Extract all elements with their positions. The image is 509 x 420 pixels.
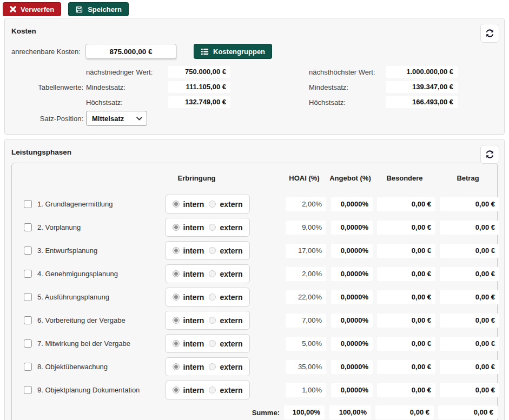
save-icon	[75, 5, 83, 14]
radio-extern[interactable]: extern	[209, 339, 242, 348]
kostengruppen-button[interactable]: Kostengruppen	[194, 44, 272, 59]
phase-checkbox[interactable]	[24, 316, 32, 324]
radio-extern-label: extern	[220, 386, 242, 395]
hoechstsatz-lower-label: Höchstsatz:	[84, 98, 166, 106]
hoai-value: 35,00%	[286, 360, 326, 374]
besondere-value: 0,00 €	[377, 244, 435, 258]
besondere-value: 0,00 €	[377, 221, 435, 235]
betrag-value: 0,00 €	[440, 360, 499, 374]
radio-extern[interactable]: extern	[209, 270, 242, 278]
anrechenbare-kosten-input[interactable]	[85, 44, 176, 59]
besondere-value: 0,00 €	[377, 360, 435, 374]
phase-checkbox[interactable]	[24, 363, 32, 371]
radio-intern[interactable]: intern	[173, 246, 204, 255]
phase-checkbox[interactable]	[24, 200, 32, 208]
besondere-value: 0,00 €	[377, 197, 435, 211]
radio-extern-dot	[209, 224, 216, 231]
radio-extern-dot	[209, 317, 216, 324]
table-row: 8. Objektüberwachung intern extern 35,00…	[12, 355, 497, 378]
naechsthoechster-wert-label: nächsthöchster Wert:	[309, 68, 384, 76]
mindestsatz-lower-value: 111.105,00 €	[168, 81, 230, 93]
leistungsphasen-refresh-button[interactable]	[480, 145, 499, 164]
radio-intern[interactable]: intern	[173, 223, 204, 232]
hoai-value: 2,00%	[286, 197, 326, 211]
phase-checkbox[interactable]	[24, 246, 32, 255]
phase-name: 9. Objektplanung Dokumentation	[37, 386, 155, 394]
radio-intern[interactable]: intern	[173, 200, 204, 209]
x-icon	[10, 6, 16, 12]
radio-intern-label: intern	[183, 386, 204, 395]
erbringung-radio-group: intern extern	[165, 311, 250, 330]
phase-checkbox[interactable]	[24, 339, 32, 348]
radio-extern[interactable]: extern	[209, 363, 242, 371]
phase-checkbox[interactable]	[24, 223, 32, 231]
naechstniedriger-wert-value: 750.000,00 €	[168, 66, 230, 78]
toolbar: Verwerfen Speichern	[0, 0, 509, 17]
summe-label: Summe:	[12, 409, 280, 417]
betrag-value: 0,00 €	[440, 314, 499, 328]
satz-position-select[interactable]: Mittelsatz	[86, 111, 147, 126]
table-row: 9. Objektplanung Dokumentation intern ex…	[12, 378, 497, 402]
hoechstsatz-upper-value: 166.493,00 €	[386, 96, 458, 108]
radio-intern-dot	[173, 363, 180, 370]
table-body: 1. Grundlagenermittlung intern extern 2,…	[12, 192, 497, 402]
satz-position-value: Mittelsatz	[92, 115, 124, 123]
erbringung-radio-group: intern extern	[165, 288, 250, 306]
angebot-input[interactable]: 0,0000%	[331, 267, 373, 281]
phase-name: 4. Genehmigungsplanung	[37, 270, 155, 278]
hoai-value: 17,00%	[286, 244, 326, 258]
angebot-input[interactable]: 0,0000%	[331, 197, 373, 211]
radio-intern[interactable]: intern	[173, 339, 204, 348]
besondere-value: 0,00 €	[377, 267, 435, 281]
radio-extern[interactable]: extern	[209, 386, 242, 395]
radio-intern-label: intern	[183, 293, 204, 302]
besondere-value: 0,00 €	[377, 290, 435, 304]
radio-extern[interactable]: extern	[209, 293, 242, 302]
angebot-input[interactable]: 0,0000%	[331, 383, 373, 397]
radio-intern-label: intern	[183, 200, 204, 209]
leistungsphasen-table: Erbringung HOAI (%) Angebot (%) Besonder…	[11, 163, 498, 420]
radio-extern[interactable]: extern	[209, 200, 242, 209]
radio-intern[interactable]: intern	[173, 363, 204, 371]
column-header-betrag: Betrag	[438, 174, 498, 182]
radio-intern[interactable]: intern	[173, 386, 204, 395]
erbringung-radio-group: intern extern	[165, 334, 250, 353]
radio-extern-label: extern	[220, 339, 242, 348]
angebot-input[interactable]: 0,0000%	[331, 244, 373, 258]
save-button[interactable]: Speichern	[68, 2, 129, 16]
kosten-panel-title: Kosten	[11, 25, 498, 35]
angebot-input[interactable]: 0,0000%	[331, 360, 373, 374]
phase-name: 8. Objektüberwachung	[37, 363, 155, 371]
angebot-input[interactable]: 0,0000%	[331, 314, 373, 328]
radio-extern[interactable]: extern	[209, 246, 242, 255]
besondere-value: 0,00 €	[377, 314, 435, 328]
radio-extern-label: extern	[220, 293, 242, 302]
radio-intern[interactable]: intern	[173, 293, 204, 302]
tabellenwerte-label: Tabellenwerte:	[11, 83, 83, 91]
hoechstsatz-upper-label: Höchstsatz:	[309, 98, 384, 106]
kosten-refresh-button[interactable]	[480, 24, 499, 43]
radio-intern[interactable]: intern	[173, 316, 204, 325]
radio-extern-label: extern	[220, 200, 242, 209]
radio-intern[interactable]: intern	[173, 270, 204, 278]
betrag-value: 0,00 €	[440, 221, 499, 235]
radio-extern[interactable]: extern	[209, 223, 242, 232]
angebot-input[interactable]: 0,0000%	[331, 221, 373, 235]
angebot-input[interactable]: 0,0000%	[331, 290, 373, 304]
hoechstsatz-lower-value: 132.749,00 €	[168, 96, 230, 108]
radio-intern-dot	[173, 201, 180, 208]
phase-name: 2. Vorplanung	[37, 223, 155, 231]
mindestsatz-lower-label: Mindestsatz:	[84, 83, 166, 91]
hoai-value: 1,00%	[286, 383, 326, 397]
phase-checkbox[interactable]	[24, 386, 32, 394]
radio-intern-dot	[173, 294, 180, 301]
phase-name: 6. Vorbereitung der Vergabe	[37, 316, 155, 324]
mindestsatz-upper-value: 139.347,00 €	[386, 81, 458, 93]
table-row: 1. Grundlagenermittlung intern extern 2,…	[12, 192, 497, 216]
phase-checkbox[interactable]	[24, 270, 32, 278]
hoai-value: 9,00%	[286, 221, 326, 235]
discard-button[interactable]: Verwerfen	[3, 2, 61, 16]
phase-checkbox[interactable]	[24, 293, 32, 301]
radio-extern[interactable]: extern	[209, 316, 242, 325]
angebot-input[interactable]: 0,0000%	[331, 337, 373, 351]
